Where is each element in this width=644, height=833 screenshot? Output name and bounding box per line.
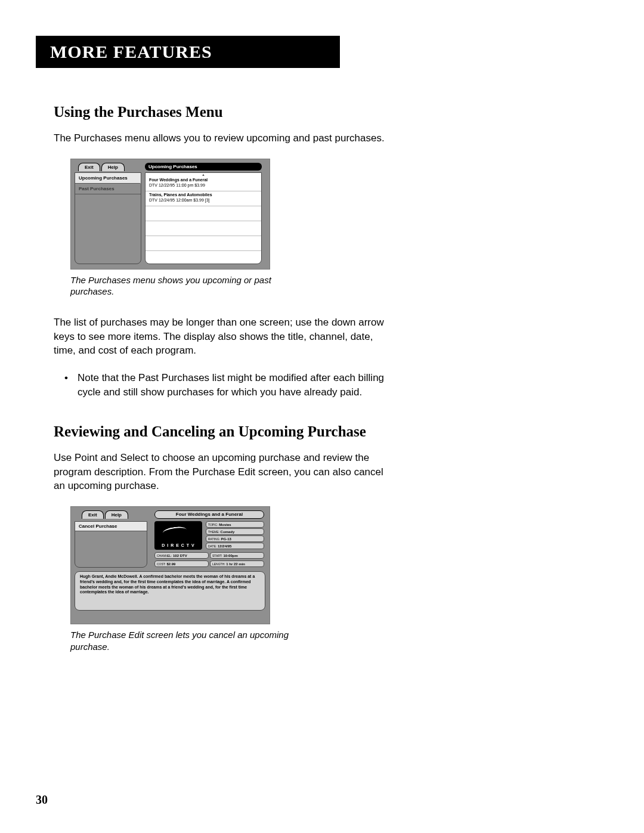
cost-field: COST: $2.99	[154, 561, 209, 567]
logo-text: D I R E C T V	[162, 543, 194, 547]
exit-tab[interactable]: Exit	[78, 163, 100, 171]
logo-swoosh-icon	[162, 525, 187, 537]
cancel-purchase-button[interactable]: Cancel Purchase	[75, 522, 147, 531]
figure-caption-2: The Purchase Edit screen lets you cancel…	[70, 629, 309, 652]
topic-field: TOPIC: Movies	[206, 521, 264, 528]
help-tab[interactable]: Help	[105, 510, 128, 519]
program-title: Four Weddings and a Funeral	[154, 510, 264, 519]
item-title: Trains, Planes and Automobiles	[149, 193, 258, 198]
item-title: Four Weddings and a Funeral	[149, 178, 258, 183]
length-field: LENGTH: 1 hr 22 min	[210, 561, 264, 567]
section-header: MORE FEATURES	[36, 36, 340, 68]
body-paragraph: The list of purchases may be longer than…	[54, 315, 388, 358]
program-metadata: TOPIC: Movies THEME: Comedy RATING: PG-1…	[206, 521, 264, 550]
list-item-empty	[145, 236, 261, 251]
rating-field: RATING: PG-13	[206, 535, 264, 542]
exit-tab[interactable]: Exit	[82, 510, 104, 519]
list-item-empty	[145, 206, 261, 221]
page-number: 30	[36, 793, 48, 807]
intro-paragraph: The Purchases menu allows you to review …	[54, 131, 388, 145]
theme-field: THEME: Comedy	[206, 528, 264, 535]
help-tab[interactable]: Help	[101, 163, 125, 171]
purchases-list: ▲ Four Weddings and a Funeral DTV 12/22/…	[145, 172, 262, 264]
heading-using-purchases: Using the Purchases Menu	[54, 104, 590, 120]
edit-sidebar: Cancel Purchase	[75, 521, 147, 568]
figure-caption-1: The Purchases menu shows you upcoming or…	[70, 274, 309, 298]
sidebar-item-past[interactable]: Past Purchases	[75, 184, 141, 194]
sidebar-item-upcoming[interactable]: Upcoming Purchases	[75, 173, 141, 184]
list-item[interactable]: Four Weddings and a Funeral DTV 12/22/95…	[145, 176, 261, 191]
intro-paragraph-2: Use Point and Select to choose an upcomi…	[54, 451, 388, 493]
bullet-note: Note that the Past Purchases list might …	[64, 371, 386, 400]
program-description: Hugh Grant, Andie McDowell. A confirmed …	[75, 571, 265, 611]
list-heading: Upcoming Purchases	[145, 163, 262, 171]
directv-logo: D I R E C T V	[154, 521, 202, 550]
purchases-menu-screenshot: Exit Help Upcoming Purchases Upcoming Pu…	[70, 159, 270, 270]
item-meta: DTV 12/22/95 11:00 pm $3.99	[149, 183, 258, 188]
purchase-edit-screenshot: Exit Help Four Weddings and a Funeral Ca…	[70, 506, 270, 624]
list-item-empty	[145, 221, 261, 236]
channel-field: CHANNEL: 102 DTV	[154, 552, 209, 559]
item-meta: DTV 12/24/95 12:00am $3.99 [3]	[149, 198, 258, 203]
start-field: START: 10:00pm	[210, 552, 264, 559]
heading-review-cancel: Reviewing and Canceling an Upcoming Purc…	[54, 423, 590, 440]
date-field: DATE: 12/24/95	[206, 543, 264, 549]
purchases-sidebar: Upcoming Purchases Past Purchases	[75, 172, 141, 264]
list-item[interactable]: Trains, Planes and Automobiles DTV 12/24…	[145, 191, 261, 206]
